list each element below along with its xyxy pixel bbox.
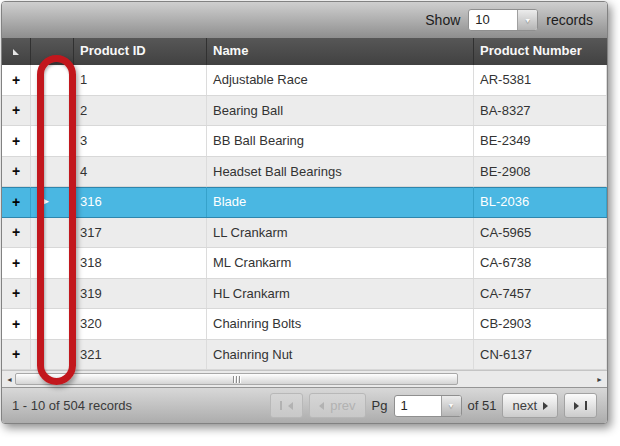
prev-page-button[interactable]: prev xyxy=(309,393,365,418)
detail-indicator-cell xyxy=(31,309,74,339)
detail-indicator-cell: ▶ xyxy=(31,187,74,217)
table-row[interactable]: + 2 Bearing Ball BA-8327 xyxy=(2,96,607,127)
horizontal-scrollbar[interactable]: ◄ ► xyxy=(2,370,607,387)
grid-toolbar: Show 10 ▼ records xyxy=(2,2,607,38)
show-label: Show xyxy=(425,12,460,28)
detail-indicator-cell xyxy=(31,340,74,370)
table-row-selected[interactable]: + ▶ 316 Blade BL-2036 xyxy=(2,187,607,218)
column-header-product-id[interactable]: Product ID xyxy=(74,38,207,65)
cell-product-id: 320 xyxy=(74,309,207,339)
cell-name: HL Crankarm xyxy=(207,279,474,309)
cell-product-number: CA-6738 xyxy=(474,248,607,278)
grid-header-row: Product ID Name Product Number xyxy=(2,38,607,65)
cell-name: BB Ball Bearing xyxy=(207,126,474,156)
cell-name: ML Crankarm xyxy=(207,248,474,278)
cell-product-id: 319 xyxy=(74,279,207,309)
bar-icon xyxy=(585,401,587,410)
cell-name: Headset Ball Bearings xyxy=(207,157,474,187)
scroll-right-icon[interactable]: ► xyxy=(592,371,607,387)
cell-name: Chainring Nut xyxy=(207,340,474,370)
detail-indicator-cell xyxy=(31,65,74,95)
detail-indicator-cell xyxy=(31,279,74,309)
collapse-all-icon[interactable] xyxy=(13,49,19,55)
table-row[interactable]: + 317 LL Crankarm CA-5965 xyxy=(2,218,607,249)
page-size-dropdown[interactable]: 10 ▼ xyxy=(468,9,538,31)
table-row[interactable]: + 319 HL Crankarm CA-7457 xyxy=(2,279,607,310)
pager-bar: 1 - 10 of 504 records prev Pg 1 ▼ of 51 … xyxy=(2,387,607,423)
cell-product-number: CA-5965 xyxy=(474,218,607,248)
cell-product-id: 1 xyxy=(74,65,207,95)
arrow-right-icon xyxy=(574,402,579,410)
selected-row-arrow-icon: ▶ xyxy=(42,197,49,206)
first-page-button[interactable] xyxy=(270,393,303,418)
detail-indicator-cell xyxy=(31,96,74,126)
page-number-dropdown[interactable]: 1 ▼ xyxy=(394,395,462,417)
table-row[interactable]: + 1 Adjustable Race AR-5381 xyxy=(2,65,607,96)
arrow-left-icon xyxy=(288,402,293,410)
page-count-label: of 51 xyxy=(468,398,497,413)
expand-row-button[interactable]: + xyxy=(2,218,31,248)
thumb-grip-icon xyxy=(233,376,234,383)
cell-name: LL Crankarm xyxy=(207,218,474,248)
cell-product-number: CB-2903 xyxy=(474,309,607,339)
cell-name: Bearing Ball xyxy=(207,96,474,126)
page-size-value[interactable]: 10 xyxy=(469,10,517,30)
detail-indicator-cell xyxy=(31,157,74,187)
expand-row-button[interactable]: + xyxy=(2,187,31,217)
dropdown-arrow-icon[interactable]: ▼ xyxy=(517,10,537,30)
expand-row-button[interactable]: + xyxy=(2,279,31,309)
cell-product-number: BE-2908 xyxy=(474,157,607,187)
last-page-button[interactable] xyxy=(564,393,597,418)
column-header-product-number[interactable]: Product Number xyxy=(474,38,607,65)
cell-product-id: 4 xyxy=(74,157,207,187)
next-label: next xyxy=(512,398,537,413)
cell-product-number: BA-8327 xyxy=(474,96,607,126)
arrow-right-icon xyxy=(543,402,548,410)
table-row[interactable]: + 4 Headset Ball Bearings BE-2908 xyxy=(2,157,607,188)
cell-name: Adjustable Race xyxy=(207,65,474,95)
record-range-status: 1 - 10 of 504 records xyxy=(12,398,264,413)
expand-row-button[interactable]: + xyxy=(2,309,31,339)
column-header-name[interactable]: Name xyxy=(207,38,474,65)
table-row[interactable]: + 3 BB Ball Bearing BE-2349 xyxy=(2,126,607,157)
arrow-left-icon xyxy=(319,402,324,410)
expand-row-button[interactable]: + xyxy=(2,248,31,278)
detail-indicator-cell xyxy=(31,218,74,248)
bar-icon xyxy=(280,401,282,410)
cell-product-number: CA-7457 xyxy=(474,279,607,309)
page: Show 10 ▼ records Product ID Name Produc… xyxy=(0,0,620,446)
thumb-grip-icon xyxy=(239,376,240,383)
next-page-button[interactable]: next xyxy=(502,393,558,418)
page-label: Pg xyxy=(372,398,388,413)
cell-product-id: 321 xyxy=(74,340,207,370)
cell-product-id: 3 xyxy=(74,126,207,156)
prev-label: prev xyxy=(330,398,355,413)
records-label: records xyxy=(546,12,593,28)
expand-row-button[interactable]: + xyxy=(2,126,31,156)
cell-product-number: CN-6137 xyxy=(474,340,607,370)
expand-row-button[interactable]: + xyxy=(2,340,31,370)
product-grid-widget: Show 10 ▼ records Product ID Name Produc… xyxy=(1,1,608,424)
table-row[interactable]: + 318 ML Crankarm CA-6738 xyxy=(2,248,607,279)
cell-product-id: 2 xyxy=(74,96,207,126)
cell-product-number: BL-2036 xyxy=(474,187,607,217)
detail-indicator-cell xyxy=(31,126,74,156)
table-row[interactable]: + 320 Chainring Bolts CB-2903 xyxy=(2,309,607,340)
expand-row-button[interactable]: + xyxy=(2,65,31,95)
header-detail-column xyxy=(31,38,74,65)
expand-row-button[interactable]: + xyxy=(2,157,31,187)
dropdown-arrow-icon[interactable]: ▼ xyxy=(441,396,461,416)
cell-product-id: 318 xyxy=(74,248,207,278)
cell-name: Chainring Bolts xyxy=(207,309,474,339)
cell-product-number: AR-5381 xyxy=(474,65,607,95)
thumb-grip-icon xyxy=(236,376,237,383)
cell-product-id: 317 xyxy=(74,218,207,248)
table-row[interactable]: + 321 Chainring Nut CN-6137 xyxy=(2,340,607,371)
page-number-value[interactable]: 1 xyxy=(395,396,441,416)
cell-product-id: 316 xyxy=(74,187,207,217)
detail-indicator-cell xyxy=(31,248,74,278)
scrollbar-thumb[interactable] xyxy=(15,373,458,385)
expand-row-button[interactable]: + xyxy=(2,96,31,126)
header-expand-column[interactable] xyxy=(2,38,31,65)
cell-product-number: BE-2349 xyxy=(474,126,607,156)
